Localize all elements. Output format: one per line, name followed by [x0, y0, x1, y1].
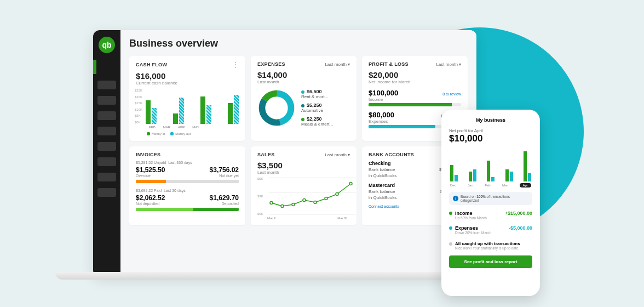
svg-point-11 [314, 201, 317, 204]
sidebar-item[interactable] [97, 157, 116, 166]
laptop-frame: qb Business overview CASH FLOW ⋮ $16,00 [93, 30, 476, 277]
svg-point-13 [336, 193, 338, 196]
sales-subtext: Last month [257, 170, 350, 175]
chevron-down-icon: ▾ [348, 152, 350, 157]
connect-accounts-link[interactable]: Connect accounts [369, 204, 399, 209]
expenses-donut-chart [257, 89, 296, 127]
period-dropdown[interactable]: Last month ▾ [325, 62, 350, 67]
sales-xaxis: Mar 2 Mar 31 [257, 217, 350, 220]
month-pill-selected[interactable]: Apr [520, 183, 531, 187]
quickbooks-logo[interactable]: qb [99, 37, 115, 53]
sidebar-item[interactable] [97, 96, 116, 105]
sidebar-item[interactable] [97, 127, 116, 135]
pl-subtext: Net income for March [369, 79, 461, 84]
phone-month-labels: Dec Jan Feb Mar Apr [449, 183, 532, 187]
cash-flow-xlabels: FEB MAR APR MAY [149, 126, 239, 129]
svg-point-10 [303, 199, 306, 202]
cash-flow-card[interactable]: CASH FLOW ⋮ $16,000 Current cash balance… [129, 56, 245, 141]
sidebar-item[interactable] [97, 173, 116, 181]
period-dropdown[interactable]: Last month ▾ [436, 62, 461, 67]
cash-flow-legend: Money in Money out [147, 132, 239, 135]
expenses-subtext: Last month [257, 79, 350, 84]
pl-amount: $20,000 [369, 70, 461, 79]
info-icon: i [453, 196, 458, 201]
phone-subtitle: Net profit for April [449, 128, 532, 133]
income-review-link[interactable]: 8 to review [442, 92, 461, 96]
sales-amount: $3,500 [257, 161, 350, 170]
svg-point-9 [292, 203, 295, 206]
cash-flow-subtext: Current cash balance [136, 81, 239, 86]
period-dropdown[interactable]: Last month ▾ [325, 152, 350, 157]
card-title: CASH FLOW [136, 62, 167, 67]
sales-card[interactable]: SALES Last month ▾ $3,500 Last month $5K… [251, 146, 357, 225]
phone-caught-up: All caught up with transactions Nice wor… [449, 241, 532, 250]
paid-progress [136, 208, 239, 211]
main-content: Business overview CASH FLOW ⋮ $16,000 Cu… [120, 30, 476, 277]
svg-point-14 [349, 183, 352, 185]
expenses-breakdown: $6,500Rent & mort... $5,250Automotive $2… [301, 89, 333, 127]
page-title: Business overview [129, 38, 468, 49]
phone-frame: My business Net profit for April $10,000… [441, 110, 540, 296]
phone-title: My business [449, 117, 532, 123]
sidebar: qb [93, 30, 120, 277]
svg-point-7 [270, 202, 273, 204]
chevron-down-icon: ▾ [348, 62, 350, 67]
sales-line-chart: $5K $3K $0K [257, 177, 350, 215]
phone-info-banner: i Based on 100% of transactions categori… [449, 192, 532, 205]
kebab-icon[interactable]: ⋮ [232, 61, 239, 68]
sidebar-item[interactable] [97, 142, 116, 151]
expenses-amount: $14,000 [257, 70, 350, 79]
phone-expenses-row[interactable]: Expenses Down 20% from March -$5,000.00 [449, 225, 532, 235]
phone-income-row[interactable]: Income Up 50% from March +$15,000.00 [449, 211, 532, 220]
card-title: BANK ACCOUNTS [369, 152, 414, 157]
sidebar-active-indicator [93, 60, 96, 74]
svg-point-8 [281, 205, 284, 208]
app-window: qb Business overview CASH FLOW ⋮ $16,00 [93, 30, 476, 277]
card-title: SALES [257, 152, 275, 157]
card-title: INVOICES [136, 152, 160, 157]
sidebar-item[interactable] [97, 111, 116, 120]
invoices-card[interactable]: INVOICES $5,281.52 Unpaid Last 365 days … [129, 146, 245, 225]
phone-bar-chart [449, 149, 532, 181]
unpaid-progress [136, 180, 239, 183]
cash-flow-amount: $16,000 [136, 71, 239, 81]
profit-loss-report-button[interactable]: See profit and loss report [449, 255, 532, 268]
card-title: PROFIT & LOSS [369, 61, 409, 67]
sidebar-item[interactable] [97, 81, 116, 89]
sidebar-item[interactable] [97, 188, 116, 197]
cash-flow-chart: $25K $20K $15K $10K $5K $0K [136, 91, 239, 124]
chevron-down-icon: ▾ [459, 62, 461, 67]
phone-amount: $10,000 [449, 133, 532, 144]
svg-point-12 [325, 197, 327, 200]
expenses-card[interactable]: EXPENSES Last month ▾ $14,000 Last month [251, 56, 357, 141]
card-title: EXPENSES [257, 61, 285, 67]
